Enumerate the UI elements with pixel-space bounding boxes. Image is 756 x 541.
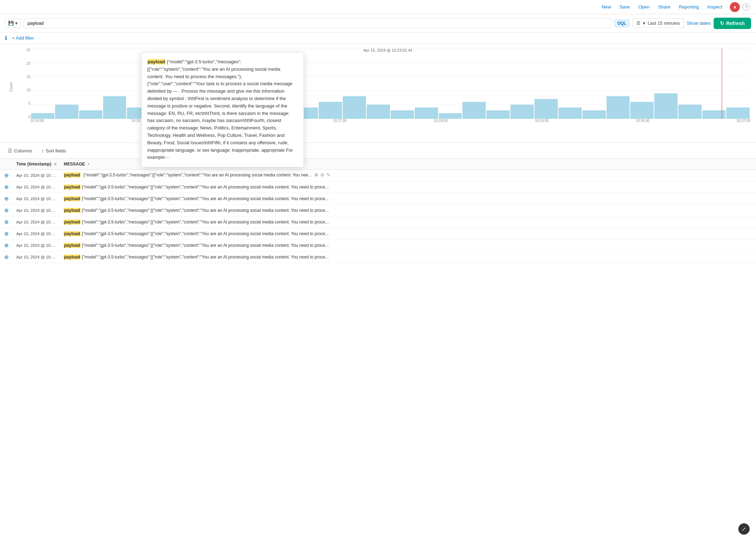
timestamp-cell: Apr 15, 2024 @ 10:34:41.177 [13, 193, 60, 205]
message-cell: payload {"model":"gpt-3.5-turbo","messag… [60, 228, 756, 240]
x-tick: 10:24:00 [30, 119, 44, 126]
chart-bar [726, 107, 750, 119]
y-tick: 5 [16, 101, 30, 105]
tooltip-highlight-word: payload [147, 59, 165, 64]
payload-highlight: payload [64, 220, 80, 225]
main-content: Apr 15, 2024 @ 10:23:02.44 Count 25 20 1… [0, 44, 756, 541]
x-tick: 10:27:00 [333, 119, 347, 126]
dropdown-arrow-icon: ▾ [15, 21, 18, 26]
collapse-row-icon[interactable]: ⊖ [320, 172, 324, 178]
payload-tooltip-popup: payload {"model":"gpt-3.5-turbo","messag… [141, 52, 304, 167]
message-cell: payload {"model":"gpt-3.5-turbo","messag… [60, 216, 756, 228]
search-toolbar: 💾 ▾ DQL 🗓 ▾ Last 15 minutes Show dates ↻… [0, 14, 756, 33]
chart-bar [415, 107, 438, 119]
time-range-picker[interactable]: 🗓 ▾ Last 15 minutes [632, 18, 684, 28]
table-row: ⊕Apr 15, 2024 @ 10:34:40.134payload {"mo… [0, 228, 756, 240]
payload-highlight: payload [64, 173, 80, 178]
table-row: ⊕Apr 15, 2024 @ 10:34:41.328payload {"mo… [0, 181, 756, 193]
filter-bar: ℹ + Add filter [0, 33, 756, 44]
timestamp-cell: Apr 15, 2024 @ 10:34:40.321 [13, 216, 60, 228]
timestamp-cell: Apr 15, 2024 @ 10:34:41.328 [13, 181, 60, 193]
table-row: ⊕Apr 15, 2024 @ 10:34:40.553payload {"mo… [0, 205, 756, 216]
y-axis-labels: 25 20 15 10 5 0 [16, 48, 30, 126]
chart-bar [607, 96, 630, 119]
new-nav-link[interactable]: New [598, 3, 615, 11]
expand-row-icon[interactable]: ⊕ [314, 172, 318, 178]
row-expand-icon[interactable]: ⊕ [4, 242, 9, 248]
row-expand-icon[interactable]: ⊕ [4, 254, 9, 260]
sort-icon: ⇅ [54, 162, 57, 166]
tooltip-content: {"model":"gpt-3.5-turbo","messages":[{"r… [147, 59, 293, 160]
timestamp-cell: Apr 15, 2024 @ 10:34:40.134 [13, 228, 60, 240]
open-nav-link[interactable]: Open [635, 3, 653, 11]
sort-fields-button[interactable]: ↕ Sort fields [39, 146, 69, 155]
inspect-nav-link[interactable]: Inspect [704, 3, 726, 11]
chart-bar [462, 102, 486, 119]
refresh-icon: ↻ [720, 21, 724, 26]
time-range-label: Last 15 minutes [648, 21, 680, 26]
share-nav-link[interactable]: Share [655, 3, 674, 11]
refresh-button[interactable]: ↻ Refresh [714, 18, 751, 29]
save-query-button[interactable]: 💾 ▾ [5, 18, 21, 28]
table-body: ⊕Apr 15, 2024 @ 10:34:41.482payload {"mo… [0, 170, 756, 263]
chart-bar [55, 105, 78, 119]
reporting-nav-link[interactable]: Reporting [675, 3, 702, 11]
payload-highlight: payload [64, 196, 80, 201]
help-icon[interactable]: ? [743, 3, 750, 11]
dropdown-arrow-icon: ▾ [643, 21, 645, 26]
chart-bar [79, 110, 102, 119]
x-tick: 10:29:00 [535, 119, 549, 126]
search-input[interactable] [24, 18, 612, 28]
chart-bar [391, 110, 414, 119]
table-row: ⊕Apr 15, 2024 @ 10:34:39.429payload {"mo… [0, 251, 756, 263]
table-row: ⊕Apr 15, 2024 @ 10:34:41.177payload {"mo… [0, 193, 756, 205]
x-axis-labels: 10:24:00 10:25:00 10:26:00 10:27:00 10:2… [30, 119, 750, 126]
show-dates-link[interactable]: Show dates [687, 21, 711, 26]
chart-main: 10:24:00 10:25:00 10:26:00 10:27:00 10:2… [30, 48, 750, 126]
table-row: ⊕Apr 15, 2024 @ 10:34:41.482payload {"mo… [0, 170, 756, 181]
top-navigation: New Save Open Share Reporting Inspect a … [0, 0, 756, 14]
edit-row-icon[interactable]: ✎ [326, 172, 330, 178]
timestamp-cell: Apr 15, 2024 @ 10:34:39.996 [13, 240, 60, 251]
payload-highlight: payload [64, 208, 80, 213]
chart-bar [678, 105, 702, 119]
table-header-row: Time (timestamp) ⇅ MESSAGE ▾ [0, 159, 756, 170]
row-expand-icon[interactable]: ⊕ [4, 184, 9, 190]
chart-bar [439, 113, 462, 119]
message-cell: payload {"model":"gpt-3.5-turbo","messag… [60, 181, 756, 193]
chart-bar [534, 99, 558, 119]
message-cell: payload {"model":"gpt-3.5-turbo","messag… [60, 193, 756, 205]
chart-bar [654, 93, 678, 119]
timestamp-cell: Apr 15, 2024 @ 10:34:39.429 [13, 251, 60, 263]
chart-bar [343, 96, 366, 119]
payload-highlight: payload [64, 231, 80, 236]
row-expand-icon[interactable]: ⊕ [4, 172, 9, 178]
calendar-icon: 🗓 [636, 21, 641, 26]
timestamp-cell: Apr 15, 2024 @ 10:34:41.482 [13, 170, 60, 181]
save-nav-link[interactable]: Save [616, 3, 634, 11]
dql-badge[interactable]: DQL [614, 19, 630, 27]
sort-icon: ↕ [41, 148, 44, 153]
red-marker-line [722, 48, 722, 119]
filter-info-icon[interactable]: ℹ [5, 35, 7, 41]
message-cell: payload {"model":"gpt-3.5-turbo","messag… [60, 170, 378, 180]
col-timestamp-header[interactable]: Time (timestamp) ⇅ [13, 159, 60, 170]
save-icon: 💾 [8, 21, 14, 26]
columns-button[interactable]: ☰ Columns [5, 146, 35, 155]
chart-bar [702, 110, 726, 119]
row-expand-icon[interactable]: ⊕ [4, 219, 9, 225]
row-expand-icon[interactable]: ⊕ [4, 196, 9, 202]
chart-bar [486, 110, 510, 119]
x-tick: 10:28:00 [434, 119, 448, 126]
row-expand-icon[interactable]: ⊕ [4, 207, 9, 213]
chart-bar [630, 102, 654, 119]
sort-label: Sort fields [46, 148, 66, 153]
add-filter-button[interactable]: + Add filter [10, 35, 36, 41]
row-expand-icon[interactable]: ⊕ [4, 231, 9, 237]
chart-bar [510, 105, 534, 119]
payload-highlight: payload [64, 185, 80, 190]
chart-bar [103, 96, 126, 119]
columns-icon: ☰ [8, 148, 12, 153]
expand-icon-button[interactable]: ⤢ [738, 523, 750, 535]
user-avatar[interactable]: a [730, 2, 740, 12]
